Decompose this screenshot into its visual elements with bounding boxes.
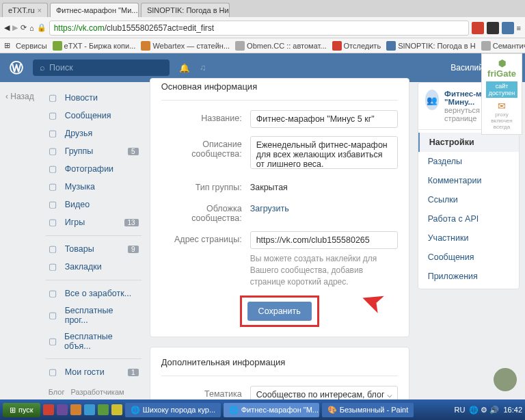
extension-icon[interactable] (487, 22, 499, 34)
system-tray[interactable]: RU 🌐 ⚙ 🔊 16:42 (454, 406, 522, 415)
bookmark[interactable]: Отследить (332, 41, 381, 51)
sidebar-item-market[interactable]: ▢Товары9 (46, 240, 142, 258)
news-icon: ▢ (49, 92, 59, 103)
apps-icon[interactable]: ⊞ (4, 41, 10, 50)
sidebar-item-label: Группы (65, 146, 94, 156)
save-button[interactable]: Сохранить (247, 302, 312, 321)
sidebar-item-info[interactable]: ▢Все о заработк... (46, 285, 142, 302)
sidebar-item-msg[interactable]: ▢Сообщения (46, 107, 142, 124)
sidebar-item-label: Бесплатные объя... (64, 332, 139, 351)
sidebar-item-news[interactable]: ▢Новости (46, 89, 142, 107)
quick-launch-icon[interactable] (84, 404, 95, 415)
sidebar-item-label: Сообщения (65, 111, 111, 120)
field-label: Описание сообщества: (161, 136, 250, 171)
settings-nav-item[interactable]: Настройки (418, 133, 519, 152)
extension-icon[interactable] (502, 22, 514, 34)
photo-icon: ▢ (49, 163, 59, 174)
tray-clock: 16:42 (503, 406, 522, 414)
address-bar-row: ◀ ▶ ⟳ ⌂ 🔒 https://vk.com/club1555802657a… (0, 17, 525, 38)
description-textarea[interactable] (250, 136, 398, 169)
bookmark[interactable]: SINOPTIK: Погода в Н (386, 41, 476, 51)
address-input[interactable] (250, 231, 398, 249)
sidebar-item-bookmark[interactable]: ▢Закладки (46, 258, 142, 276)
sidebar-item-ads[interactable]: ▢Бесплатные объя... (46, 328, 142, 354)
browser-tab[interactable]: Фитнес-марафон "Ми...× (50, 3, 139, 17)
video-icon: ▢ (49, 199, 59, 210)
upload-cover-link[interactable]: Загрузить (250, 200, 398, 223)
badge: 1 (128, 369, 139, 376)
reload-icon[interactable]: ⟳ (21, 23, 27, 32)
main-info-section: Основная информация Название: Описание с… (150, 78, 409, 337)
quick-launch-icon[interactable] (111, 404, 122, 415)
bookmark[interactable]: Webartex — статейн... (141, 41, 230, 51)
taskbar-item[interactable]: 🌐Фитнес-марафон "М... (224, 403, 319, 417)
frigate-widget[interactable]: ⬢ friGate сайт доступен ✉ proxy включен … (481, 53, 522, 135)
nav-back-icon[interactable]: ◀ (4, 23, 10, 32)
bookmark[interactable]: eTXT - Биржа копи... (53, 41, 136, 51)
taskbar-item[interactable]: 🎨Безымянный - Paint (322, 403, 414, 417)
settings-nav-item[interactable]: Разделы (418, 152, 519, 171)
footer-link[interactable]: Блог (49, 388, 65, 396)
sidebar-item-label: Фотографии (65, 164, 113, 174)
quick-launch-icon[interactable] (70, 404, 81, 415)
search-input[interactable]: ⌕ Поиск (33, 60, 170, 76)
vk-logo-icon[interactable]: Ⓦ (10, 59, 23, 77)
ads-icon: ▢ (49, 336, 59, 347)
music-icon: ▢ (49, 181, 59, 192)
settings-nav-item[interactable]: Комментарии (418, 171, 519, 190)
back-link[interactable]: ‹ Назад (5, 82, 38, 420)
nav-fwd-icon[interactable]: ▶ (12, 23, 18, 32)
badge: 13 (124, 219, 139, 226)
home-icon[interactable]: ⌂ (29, 24, 34, 32)
sidebar-item-prog[interactable]: ▢Бесплатные прог... (46, 302, 142, 328)
settings-nav-item[interactable]: Работа с API (418, 209, 519, 228)
tray-lang[interactable]: RU (454, 406, 465, 414)
sidebar-item-label: Все о заработк... (65, 289, 131, 298)
start-button[interactable]: ⊞ пуск (3, 403, 40, 417)
floating-avatar[interactable] (494, 368, 517, 391)
sidebar-item-label: Закладки (65, 262, 102, 272)
quick-launch-icon[interactable] (43, 404, 54, 415)
close-icon[interactable]: × (38, 6, 42, 14)
browser-tab[interactable]: eTXT.ru× (2, 3, 48, 17)
bookmark-icon: ▢ (49, 261, 59, 272)
extension-icon[interactable] (472, 22, 484, 34)
group-avatar-icon: 👥 (425, 90, 439, 110)
sidebar-item-music[interactable]: ▢Музыка (46, 178, 142, 196)
market-icon: ▢ (49, 244, 59, 254)
settings-nav-item[interactable]: Приложения (418, 267, 519, 286)
badge: 5 (128, 148, 139, 155)
group-type-value: Закрытая (250, 179, 398, 192)
browser-tab[interactable]: SINOPTIK: Погода в Никол...× (141, 3, 230, 17)
msg-icon: ▢ (49, 110, 59, 121)
music-icon[interactable]: ♫ (200, 63, 206, 73)
taskbar-item[interactable]: 🌐Шихоку порода кур... (125, 403, 221, 417)
bookmark[interactable]: Сервисы (16, 42, 47, 50)
bookmark[interactable]: Семантический анал (481, 41, 525, 51)
friends-icon: ▢ (49, 128, 59, 139)
settings-nav-item[interactable]: Сообщения (418, 248, 519, 267)
address-bar[interactable]: https://vk.com/club1555802657act=edit_fi… (49, 21, 469, 36)
menu-icon[interactable]: ≡ (517, 24, 521, 32)
sidebar-item-friends[interactable]: ▢Друзья (46, 124, 142, 142)
quick-launch-icon[interactable] (57, 404, 68, 415)
bookmark[interactable]: Obmen.CC :: автомат... (235, 41, 326, 51)
name-input[interactable] (250, 110, 398, 128)
quick-launch-icon[interactable] (98, 404, 109, 415)
field-label: Адрес страницы: (161, 231, 250, 287)
sidebar-item-label: Новости (65, 93, 98, 103)
field-label: Обложка сообщества: (161, 200, 250, 223)
section-title: Основная информация (161, 81, 398, 101)
sidebar-item-groups[interactable]: ▢Группы5 (46, 142, 142, 160)
sidebar-item-photo[interactable]: ▢Фотографии (46, 160, 142, 178)
sidebar-item-video[interactable]: ▢Видео (46, 196, 142, 213)
guests-icon: ▢ (49, 367, 59, 378)
sidebar-item-games[interactable]: ▢Игры13 (46, 213, 142, 231)
frigate-logo-icon: ⬢ friGate (486, 58, 517, 79)
notifications-icon[interactable]: 🔔 (179, 63, 190, 73)
settings-nav-item[interactable]: Участники (418, 228, 519, 248)
settings-nav-item[interactable]: Ссылки (418, 190, 519, 209)
games-icon: ▢ (49, 217, 59, 228)
footer-link[interactable]: Разработчикам (71, 388, 124, 396)
sidebar-item-guests[interactable]: ▢Мои гости1 (46, 363, 142, 381)
